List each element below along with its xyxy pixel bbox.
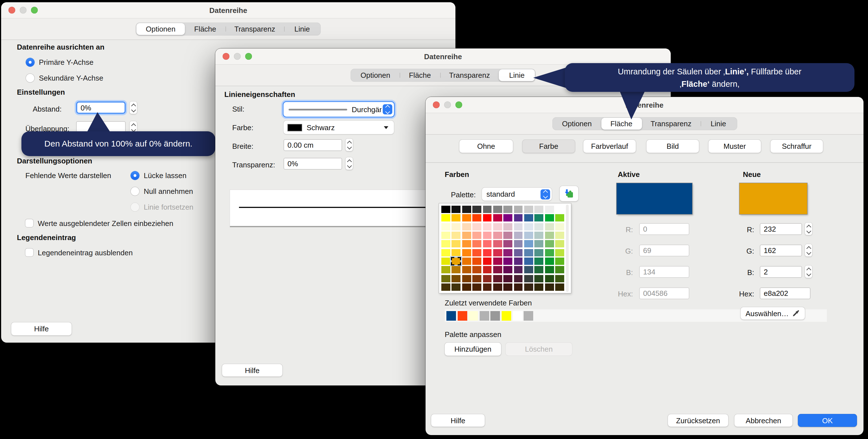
leave-gap-radio[interactable]: [131, 171, 139, 180]
palette-color-swatch[interactable]: [545, 214, 554, 222]
palette-color-swatch[interactable]: [472, 206, 482, 213]
recent-color-swatch[interactable]: [513, 311, 522, 320]
cancel-button[interactable]: Abbrechen: [735, 414, 793, 427]
palette-color-swatch[interactable]: [504, 283, 513, 291]
palette-color-swatch[interactable]: [535, 223, 544, 230]
palette-color-swatch[interactable]: [483, 283, 492, 291]
zoom-icon[interactable]: [245, 53, 252, 60]
spacing-input[interactable]: 0%: [76, 101, 126, 114]
palette-color-swatch[interactable]: [555, 214, 564, 222]
palette-color-swatch[interactable]: [555, 249, 564, 256]
tab-flaeche[interactable]: Fläche: [185, 23, 225, 35]
palette-color-swatch[interactable]: [545, 223, 554, 230]
palette-color-swatch[interactable]: [493, 214, 502, 222]
palette-color-swatch[interactable]: [545, 266, 554, 274]
palette-color-swatch[interactable]: [555, 231, 564, 239]
palette-color-swatch[interactable]: [472, 275, 482, 282]
palette-color-swatch[interactable]: [504, 214, 513, 222]
palette-color-swatch[interactable]: [462, 240, 471, 248]
palette-color-swatch[interactable]: [483, 206, 492, 213]
add-palette-extension-button[interactable]: [560, 186, 578, 201]
palette-color-swatch[interactable]: [535, 214, 544, 222]
palette-color-swatch[interactable]: [524, 249, 533, 256]
palette-color-swatch[interactable]: [514, 249, 523, 256]
palette-color-swatch[interactable]: [472, 283, 482, 291]
recent-color-swatch[interactable]: [524, 311, 533, 320]
palette-color-swatch[interactable]: [555, 223, 564, 230]
palette-color-swatch[interactable]: [452, 240, 461, 248]
palette-color-swatch[interactable]: [514, 275, 523, 282]
tab-optionen[interactable]: Optionen: [136, 23, 185, 35]
close-icon[interactable]: [8, 7, 15, 13]
ok-button[interactable]: OK: [798, 414, 857, 427]
recent-color-swatch[interactable]: [468, 311, 478, 320]
zoom-icon[interactable]: [31, 7, 38, 13]
palette-color-swatch[interactable]: [555, 240, 564, 248]
palette-color-swatch[interactable]: [504, 231, 513, 239]
palette-color-swatch[interactable]: [452, 283, 461, 291]
close-icon[interactable]: [223, 53, 229, 60]
palette-color-swatch[interactable]: [483, 275, 492, 282]
palette-color-swatch[interactable]: [535, 257, 544, 265]
palette-color-swatch[interactable]: [545, 240, 554, 248]
palette-color-swatch[interactable]: [524, 257, 533, 265]
new-g-stepper[interactable]: [805, 244, 812, 256]
line-transparency-input[interactable]: 0%: [283, 158, 342, 169]
palette-color-swatch[interactable]: [514, 257, 523, 265]
tab-transparenz[interactable]: Transparenz: [642, 118, 700, 130]
palette-color-swatch[interactable]: [441, 206, 451, 213]
palette-color-swatch[interactable]: [483, 257, 492, 265]
palette-color-swatch[interactable]: [535, 283, 544, 291]
palette-color-swatch[interactable]: [462, 231, 471, 239]
palette-color-swatch[interactable]: [462, 206, 471, 213]
recent-color-swatch[interactable]: [479, 311, 489, 320]
window-titlebar[interactable]: Datenreihe: [215, 49, 671, 65]
palette-color-swatch[interactable]: [555, 266, 564, 274]
include-hidden-cells-checkbox[interactable]: [25, 219, 33, 227]
palette-color-swatch[interactable]: [504, 240, 513, 248]
palette-color-swatch[interactable]: [514, 231, 523, 239]
palette-color-swatch[interactable]: [452, 206, 461, 213]
fill-image-button[interactable]: Bild: [647, 140, 699, 153]
palette-color-swatch[interactable]: [452, 231, 461, 239]
palette-color-swatch[interactable]: [441, 214, 451, 222]
palette-color-swatch[interactable]: [524, 283, 533, 291]
tab-linie[interactable]: Linie: [284, 23, 320, 35]
palette-color-swatch[interactable]: [441, 240, 451, 248]
recent-color-swatch[interactable]: [446, 311, 456, 320]
assume-zero-radio[interactable]: [131, 187, 139, 195]
palette-color-swatch[interactable]: [524, 231, 533, 239]
new-b-stepper[interactable]: [805, 265, 812, 278]
palette-color-swatch[interactable]: [472, 240, 482, 248]
line-style-spinner[interactable]: [383, 104, 392, 115]
recent-color-swatch[interactable]: [502, 311, 511, 320]
help-button[interactable]: Hilfe: [222, 364, 282, 376]
palette-color-swatch[interactable]: [462, 275, 471, 282]
palette-color-swatch[interactable]: [504, 206, 513, 213]
palette-color-swatch[interactable]: [493, 257, 502, 265]
new-r-input[interactable]: 232: [760, 223, 802, 235]
palette-color-swatch[interactable]: [462, 283, 471, 291]
palette-color-swatch[interactable]: [524, 206, 533, 213]
secondary-axis-radio[interactable]: [26, 73, 34, 82]
primary-axis-radio[interactable]: [26, 58, 34, 66]
palette-color-swatch[interactable]: [504, 266, 513, 274]
palette-color-swatch[interactable]: [555, 283, 564, 291]
palette-color-swatch[interactable]: [504, 275, 513, 282]
palette-color-swatch[interactable]: [555, 257, 564, 265]
palette-color-swatch[interactable]: [555, 206, 564, 213]
palette-color-swatch[interactable]: [514, 214, 523, 222]
palette-color-swatch[interactable]: [452, 257, 461, 265]
tab-transparenz[interactable]: Transparenz: [440, 69, 499, 81]
palette-color-swatch[interactable]: [504, 223, 513, 230]
tab-transparenz[interactable]: Transparenz: [225, 23, 284, 35]
tab-optionen[interactable]: Optionen: [351, 69, 400, 81]
palette-color-swatch[interactable]: [472, 266, 482, 274]
line-width-stepper[interactable]: [345, 138, 353, 151]
palette-color-swatch[interactable]: [441, 223, 451, 230]
recent-color-swatch[interactable]: [491, 311, 500, 320]
tab-linie[interactable]: Linie: [700, 118, 736, 130]
palette-color-swatch[interactable]: [535, 275, 544, 282]
spacing-stepper[interactable]: [130, 101, 137, 114]
palette-color-swatch[interactable]: [535, 206, 544, 213]
